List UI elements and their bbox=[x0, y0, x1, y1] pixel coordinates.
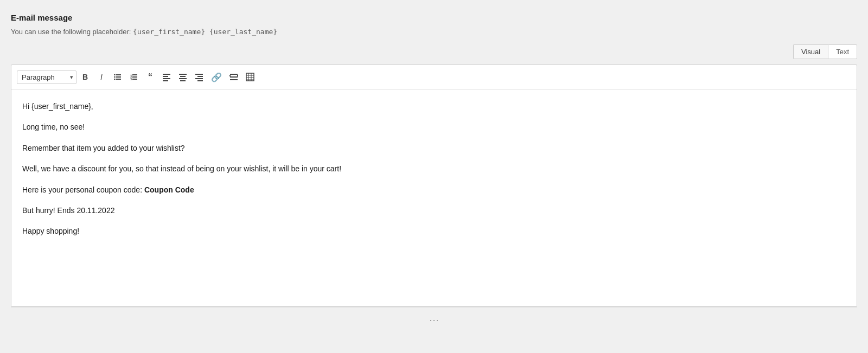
hr-button[interactable] bbox=[226, 69, 241, 85]
toolbar: Paragraph Heading 1 Heading 2 Heading 3 … bbox=[11, 65, 857, 89]
blockquote-button[interactable]: “ bbox=[143, 69, 158, 85]
link-button[interactable]: 🔗 bbox=[208, 69, 225, 85]
unordered-list-button[interactable] bbox=[110, 69, 125, 85]
editor-line-6: But hurry! Ends 20.11.2022 bbox=[22, 204, 846, 216]
align-center-button[interactable] bbox=[175, 69, 190, 85]
svg-rect-12 bbox=[163, 74, 170, 75]
svg-rect-14 bbox=[163, 78, 170, 79]
page-container: E-mail message You can use the following… bbox=[0, 0, 868, 343]
svg-rect-16 bbox=[179, 74, 187, 75]
editor-content[interactable]: Hi {user_first_name}, Long time, no see!… bbox=[11, 89, 857, 306]
editor-line-4: Well, we have a discount for you, so tha… bbox=[22, 163, 846, 175]
bottom-handle: ⋯ bbox=[429, 315, 439, 325]
svg-rect-23 bbox=[197, 80, 203, 81]
tab-visual[interactable]: Visual bbox=[793, 44, 828, 59]
placeholder-code: {user_first_name} {user_last_name} bbox=[133, 28, 277, 36]
tab-text[interactable]: Text bbox=[828, 44, 857, 59]
svg-rect-15 bbox=[163, 80, 168, 81]
bold-button[interactable]: B bbox=[78, 69, 93, 85]
svg-rect-25 bbox=[230, 76, 238, 78]
ordered-list-button[interactable]: 1. 2. 3. bbox=[126, 69, 142, 85]
svg-rect-27 bbox=[229, 75, 231, 76]
svg-rect-21 bbox=[197, 76, 203, 77]
placeholder-hint-text: You can use the following placeholder: bbox=[11, 28, 133, 36]
svg-rect-9 bbox=[132, 76, 137, 78]
svg-rect-4 bbox=[114, 79, 115, 80]
table-icon bbox=[246, 73, 254, 81]
svg-rect-19 bbox=[180, 80, 186, 81]
editor-line-1: Hi {user_first_name}, bbox=[22, 100, 846, 112]
placeholder-hint: You can use the following placeholder: {… bbox=[11, 28, 857, 36]
ordered-list-icon: 1. 2. 3. bbox=[130, 73, 138, 81]
align-right-icon bbox=[195, 73, 203, 81]
svg-rect-28 bbox=[237, 75, 238, 76]
svg-rect-5 bbox=[116, 79, 121, 80]
align-left-button[interactable] bbox=[159, 69, 174, 85]
svg-rect-2 bbox=[114, 76, 115, 78]
svg-rect-20 bbox=[195, 74, 203, 75]
svg-rect-17 bbox=[180, 76, 186, 77]
editor-line-2: Long time, no see! bbox=[22, 121, 846, 133]
svg-rect-1 bbox=[116, 74, 121, 75]
tab-bar: Visual Text bbox=[11, 44, 857, 62]
hr-icon bbox=[229, 73, 238, 81]
paragraph-select[interactable]: Paragraph Heading 1 Heading 2 Heading 3 … bbox=[17, 70, 76, 84]
svg-rect-3 bbox=[116, 76, 121, 78]
align-right-button[interactable] bbox=[192, 69, 207, 85]
bottom-bar: ⋯ bbox=[11, 307, 857, 332]
editor-line-3: Remember that item you added to your wis… bbox=[22, 142, 846, 154]
editor-wrapper: Paragraph Heading 1 Heading 2 Heading 3 … bbox=[11, 65, 857, 307]
svg-rect-26 bbox=[230, 79, 238, 80]
unordered-list-icon bbox=[113, 73, 122, 81]
svg-rect-24 bbox=[230, 74, 238, 75]
svg-rect-13 bbox=[163, 76, 168, 77]
coupon-code-bold: Coupon Code bbox=[144, 185, 194, 194]
section-title: E-mail message bbox=[11, 13, 857, 22]
editor-line-7: Happy shopping! bbox=[22, 225, 846, 237]
svg-rect-11 bbox=[132, 79, 137, 80]
svg-rect-22 bbox=[195, 78, 203, 79]
svg-rect-18 bbox=[179, 78, 187, 79]
svg-rect-7 bbox=[132, 74, 137, 75]
italic-button[interactable]: I bbox=[94, 69, 109, 85]
align-center-icon bbox=[178, 73, 187, 81]
paragraph-select-wrapper: Paragraph Heading 1 Heading 2 Heading 3 … bbox=[17, 70, 76, 84]
table-button[interactable] bbox=[242, 69, 258, 85]
editor-line-5: Here is your personal coupon code: Coupo… bbox=[22, 184, 846, 196]
svg-rect-0 bbox=[114, 74, 115, 75]
align-left-icon bbox=[162, 73, 171, 81]
